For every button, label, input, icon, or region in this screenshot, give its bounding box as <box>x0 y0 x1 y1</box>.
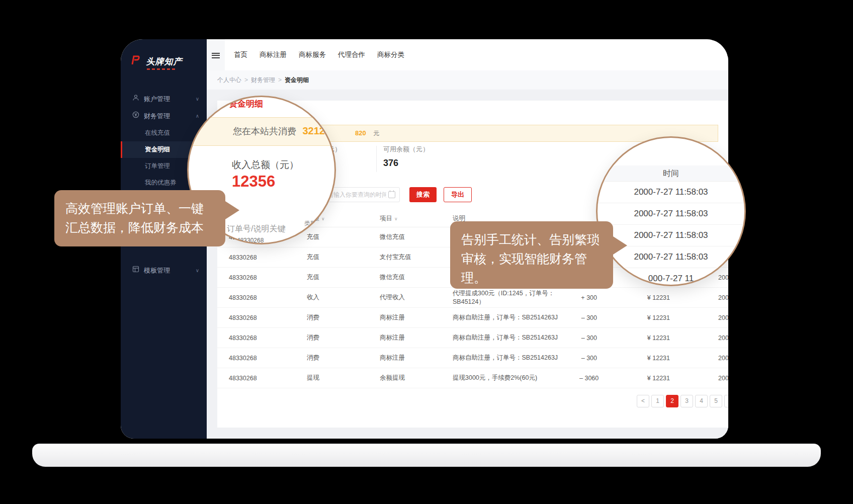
magnified-banner-prefix: 您在本站共消费 <box>233 126 296 136</box>
crumb-财务管理[interactable]: 财务管理 <box>251 76 275 83</box>
calendar-icon[interactable] <box>388 191 395 198</box>
table-row[interactable]: 48330268收入代理收入代理提成300元（ID:1245，订单号：SB451… <box>217 288 728 308</box>
magnified-time-row: 2000-7-27 11:58:03 <box>598 181 744 203</box>
cell-order: 48330268 <box>229 375 307 382</box>
cell-amount: – 300 <box>579 314 597 321</box>
cell-balance: ¥ 12231 <box>597 355 670 362</box>
cell-project: 代理收入 <box>380 293 453 302</box>
template-icon <box>132 262 140 279</box>
cell-amount: + 300 <box>579 294 597 301</box>
cell-time: 2000-7-27 11:58:03 <box>670 334 728 342</box>
chevron-down-icon[interactable]: ∨ <box>394 216 398 221</box>
sidebar-item-模板管理[interactable]: 模板管理∨ <box>121 262 207 279</box>
crumb-个人中心[interactable]: 个人中心 <box>217 76 241 83</box>
magnified-time-header: 时间 <box>598 165 744 182</box>
top-nav: 首页商标注册商标服务代理合作商标分类 <box>207 39 728 71</box>
chevron-up-icon: ∧ <box>196 108 199 125</box>
cell-project: 商标注册 <box>380 333 453 342</box>
sidebar-item-财务管理[interactable]: 财务管理∧ <box>121 108 207 125</box>
cell-desc: 提现3000元，手续费2%(60元) <box>453 374 579 382</box>
pagination: <12345 <box>637 395 728 407</box>
magnified-stat-value: 12356 <box>232 173 275 191</box>
cell-desc: 商标自助注册，订单号：SB2514263J <box>453 354 579 362</box>
cell-type: 消费 <box>307 333 380 342</box>
cell-order: 48330268 <box>229 254 307 261</box>
table-row[interactable]: 48330268消费商标注册商标自助注册，订单号：SB2514263J– 300… <box>217 348 728 368</box>
cell-order: 48330268 <box>229 355 307 362</box>
stat-divider <box>376 146 377 172</box>
stat-balance: 可用余额（元） 376 <box>383 145 429 169</box>
callout-arrow-icon <box>613 236 627 255</box>
magnified-banner: 您在本站共消费 32124 <box>189 117 334 146</box>
cell-type: 充值 <box>307 253 380 262</box>
callout-left: 高效管理账户订单、一键汇总数据，降低财务成本 <box>54 190 225 246</box>
sidebar-item-账户管理[interactable]: 账户管理∨ <box>121 91 207 108</box>
table-row[interactable]: 48330268消费商标注册商标自助注册，订单号：SB2514263J– 300… <box>217 308 728 328</box>
table-row[interactable]: 48330268提现余额提现提现3000元，手续费2%(60元)– 3060¥ … <box>217 368 728 388</box>
nav-item-商标服务[interactable]: 商标服务 <box>299 50 326 59</box>
callout-left-text: 高效管理账户订单、一键汇总数据，降低财务成本 <box>65 201 204 234</box>
chevron-down-icon: ∨ <box>196 262 199 279</box>
cell-project: 微信充值 <box>380 233 453 241</box>
cell-order: 48330268 <box>229 274 307 281</box>
cell-order: 48330268 <box>229 334 307 342</box>
hamburger-icon[interactable] <box>207 39 225 70</box>
cell-desc: 代理提成300元（ID:1245，订单号：SB45124） <box>453 289 579 306</box>
cell-balance: ¥ 12231 <box>597 375 670 382</box>
chevron-down-icon: ∨ <box>196 91 199 108</box>
crumb-资金明细: 资金明细 <box>285 76 309 83</box>
magnifier-right: 时间 2000-7-27 11:58:032000-7-27 11:58:032… <box>596 136 746 286</box>
brand-tagline <box>147 68 176 70</box>
nav-item-商标分类[interactable]: 商标分类 <box>377 50 404 59</box>
cell-project: 商标注册 <box>380 354 453 362</box>
stat-balance-value: 376 <box>383 158 429 169</box>
laptop-base <box>32 444 821 467</box>
callout-right-text: 告别手工统计、告别繁琐审核，实现智能财务管理。 <box>461 232 600 285</box>
chevron-down-icon[interactable]: ∨ <box>321 216 325 221</box>
cell-amount: – 3060 <box>579 375 597 382</box>
cell-desc: 商标自助注册，订单号：SB2514263J <box>453 313 579 322</box>
crumb-separator: > <box>278 76 282 83</box>
nav-item-首页[interactable]: 首页 <box>234 50 247 59</box>
page-button-2[interactable]: 2 <box>666 395 678 407</box>
page-next-button[interactable] <box>724 395 728 407</box>
export-button[interactable]: 导出 <box>444 187 472 202</box>
crumb-separator: > <box>244 76 248 83</box>
cell-project: 商标注册 <box>380 313 453 322</box>
cell-amount: – 300 <box>579 355 597 362</box>
page-button-3[interactable]: 3 <box>680 395 693 407</box>
cell-type: 消费 <box>307 313 380 322</box>
sidebar-item-label: 账户管理 <box>144 95 170 103</box>
table-row[interactable]: 48330268消费商标注册商标自助注册，订单号：SB2514263J– 300… <box>217 328 728 348</box>
nav-item-商标注册[interactable]: 商标注册 <box>260 50 287 59</box>
stat-balance-label: 可用余额（元） <box>383 145 429 154</box>
cell-amount: – 300 <box>579 334 597 342</box>
header-project[interactable]: 项目∨ <box>380 214 453 223</box>
magnified-table-header: 订单号/说明关键 <box>227 224 285 234</box>
cell-balance: ¥ 12231 <box>597 294 670 301</box>
cell-order: 48330268 <box>229 314 307 321</box>
page-button-5[interactable]: 5 <box>710 395 722 407</box>
page-button-1[interactable]: 1 <box>651 395 664 407</box>
nav-items: 首页商标注册商标服务代理合作商标分类 <box>234 39 404 70</box>
cell-time: 2000-7-27 11:58:03 <box>670 294 728 301</box>
search-button[interactable]: 搜索 <box>409 187 437 202</box>
cell-order: 48330268 <box>229 294 307 301</box>
brand-logo-icon <box>131 55 141 67</box>
sidebar-item-label: 模板管理 <box>144 267 170 274</box>
cell-type: 充值 <box>307 273 380 282</box>
cell-time: 2000-7-27 11:58:03 <box>670 375 728 382</box>
nav-item-代理合作[interactable]: 代理合作 <box>338 50 365 59</box>
callout-right: 告别手工统计、告别繁琐审核，实现智能财务管理。 <box>450 221 613 289</box>
sidebar-item-label: 财务管理 <box>144 112 170 120</box>
cell-project: 支付宝充值 <box>380 253 453 262</box>
cell-project: 微信充值 <box>380 273 453 282</box>
banner-unit: 元 <box>373 125 379 141</box>
breadcrumb: 个人中心>财务管理>资金明细 <box>217 70 309 90</box>
cell-desc: 商标自助注册，订单号：SB2514263J <box>453 333 579 342</box>
page-button-4[interactable]: 4 <box>695 395 708 407</box>
brand-logo[interactable]: 头牌知产 <box>121 39 207 82</box>
page-prev-button[interactable]: < <box>637 395 649 407</box>
cell-type: 充值 <box>307 233 380 241</box>
banner-amount-tail: 820 <box>355 125 366 141</box>
